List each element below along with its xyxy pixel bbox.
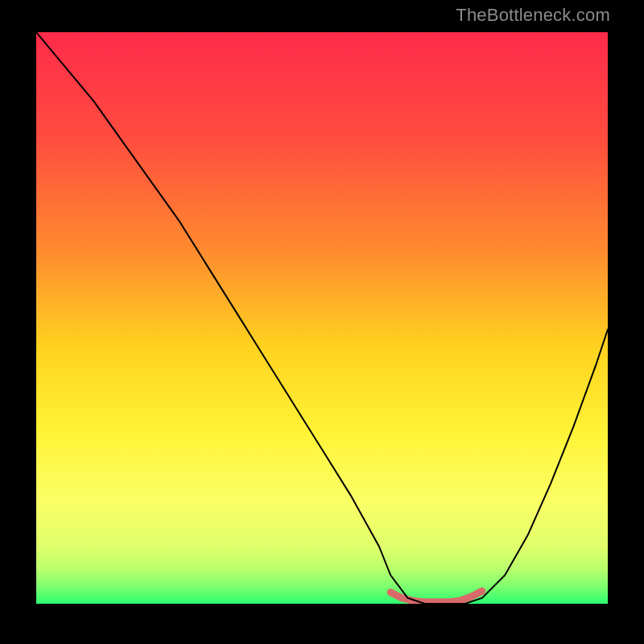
chart-lines: [36, 32, 608, 604]
watermark-text: TheBottleneck.com: [456, 5, 610, 26]
plot-area: [36, 32, 608, 604]
bottleneck-curve: [36, 32, 608, 604]
chart-frame: TheBottleneck.com: [0, 0, 644, 644]
